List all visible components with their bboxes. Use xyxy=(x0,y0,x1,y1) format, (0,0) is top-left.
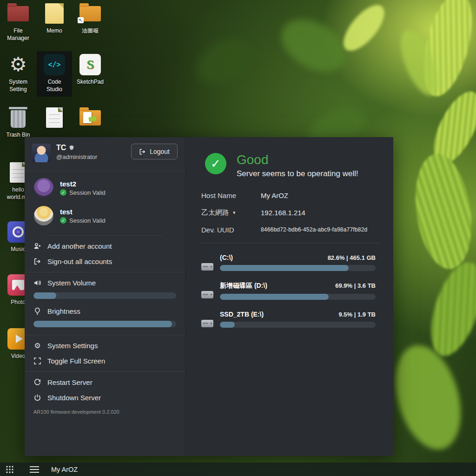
volume-label: System Volume xyxy=(47,279,96,287)
restart-server-label: Restart Server xyxy=(47,378,93,386)
firmware-version: AR100 firmware:development 0.2.020 xyxy=(25,405,185,419)
shortcut-arrow-icon: ↖ xyxy=(78,17,84,23)
disk-usage: 82.6% | 465.1 GB xyxy=(328,254,376,261)
user-header: TC @administrator Logout xyxy=(25,137,185,168)
folder-icon xyxy=(7,6,29,21)
disk-usage-bar xyxy=(220,322,376,328)
desktop-icon-shortcut-folder[interactable]: ↖ 油圖喔 xyxy=(73,2,108,35)
brightness-slider[interactable] xyxy=(33,321,176,327)
icon-label: File Manager xyxy=(3,27,33,42)
disk-name: SSD_2TB (E:\) xyxy=(220,311,264,318)
fullscreen-icon xyxy=(33,357,41,365)
divider xyxy=(25,272,185,272)
system-volume-item: System Volume xyxy=(25,275,185,291)
logout-button[interactable]: Logout xyxy=(131,144,178,159)
system-settings-label: System Settings xyxy=(47,342,98,350)
disk-usage-bar xyxy=(220,294,376,300)
status-message: Server seems to be operating well! xyxy=(237,169,358,178)
restart-server-item[interactable]: Restart Server xyxy=(25,375,185,390)
account-avatar xyxy=(34,178,53,198)
brightness-item: Brightness xyxy=(25,304,185,319)
speaker-icon xyxy=(33,279,41,287)
taskbar: My ArOZ xyxy=(0,463,476,476)
divider xyxy=(25,371,185,372)
icon-label: System Setting xyxy=(3,79,33,93)
network-row: 乙太網路 ▾ 192.168.1.214 xyxy=(201,208,376,217)
session-status: Session Valid xyxy=(69,217,106,224)
hard-drive-icon xyxy=(201,291,213,298)
user-avatar xyxy=(32,144,51,162)
divider xyxy=(47,235,163,236)
uuid-row: Dev. UUID 8466bd72-bdb6-452a-abc9-fa98a7… xyxy=(201,226,376,234)
icon-label: Code Studio xyxy=(40,79,69,93)
trash-icon xyxy=(11,110,26,128)
volume-slider[interactable] xyxy=(33,292,176,299)
desktop-icon-document[interactable] xyxy=(37,106,72,132)
account-name: test2 xyxy=(60,180,106,188)
disk-name: (C:\) xyxy=(220,254,233,261)
sketchpad-icon: S xyxy=(79,54,101,75)
toggle-fullscreen-item[interactable]: Toggle Full Screen xyxy=(25,353,185,369)
taskbar-title: My ArOZ xyxy=(51,466,78,473)
network-dropdown[interactable]: 乙太網路 ▾ xyxy=(201,208,261,217)
desktop-icon-file-manager[interactable]: File Manager xyxy=(0,2,36,42)
disk-row-c: (C:\) 82.6% | 465.1 GB xyxy=(201,254,376,271)
user-plus-icon xyxy=(33,242,41,250)
ip-value: 192.168.1.214 xyxy=(261,209,305,217)
disk-usage-fill xyxy=(220,294,329,300)
desktop-icon-folder-with-file[interactable] xyxy=(73,106,108,132)
account-row-test[interactable]: test ✓ Session Valid xyxy=(25,202,185,230)
document-icon xyxy=(10,162,26,183)
restart-icon xyxy=(33,378,41,386)
status-check-icon: ✓ xyxy=(205,153,226,174)
app-grid-icon[interactable] xyxy=(6,465,14,474)
disk-usage-bar xyxy=(220,265,376,271)
power-icon xyxy=(33,394,41,402)
signout-all-label: Sign-out all accounts xyxy=(47,258,112,265)
divider xyxy=(198,243,380,243)
desktop-icon-code-studio[interactable]: </> Code Studio xyxy=(37,51,72,97)
divider xyxy=(25,335,185,335)
signout-all-item[interactable]: Sign-out all accounts xyxy=(25,254,185,269)
hard-drive-icon xyxy=(201,263,213,271)
network-label: 乙太網路 xyxy=(201,208,229,217)
sign-out-icon xyxy=(33,258,41,265)
disk-row-e: SSD_2TB (E:\) 9.5% | 1.9 TB xyxy=(201,311,376,328)
shutdown-server-item[interactable]: Shutdown Server xyxy=(25,390,185,405)
check-icon: ✓ xyxy=(60,189,66,196)
menu-icon[interactable] xyxy=(30,469,39,470)
status-title: Good xyxy=(237,153,358,167)
check-icon: ✓ xyxy=(60,217,66,224)
desktop-icon-memo[interactable]: Memo xyxy=(37,2,72,35)
add-account-item[interactable]: Add another account xyxy=(25,238,185,254)
server-status-panel: ✓ Good Server seems to be operating well… xyxy=(185,137,393,456)
document-icon xyxy=(46,107,63,128)
account-row-test2[interactable]: test2 ✓ Session Valid xyxy=(25,174,185,202)
uuid-value: 8466bd72-bdb6-452a-abc9-fa98a77fb82d xyxy=(261,226,367,233)
username: TC xyxy=(56,144,66,152)
folder-shortcut-icon: ↖ xyxy=(79,6,101,21)
disk-row-d: 新增磁碟區 (D:\) 69.9% | 3.6 TB xyxy=(201,282,376,300)
logout-label: Logout xyxy=(150,148,170,155)
leaf-decoration xyxy=(409,150,476,273)
add-account-label: Add another account xyxy=(47,242,112,250)
note-icon xyxy=(45,3,64,24)
volume-fill xyxy=(33,292,56,299)
desktop-icon-sketchpad[interactable]: S SketchPad xyxy=(73,53,108,86)
user-handle: @administrator xyxy=(56,153,97,160)
account-name: test xyxy=(60,208,106,216)
code-icon: </> xyxy=(44,54,65,75)
folder-file-icon xyxy=(79,110,101,126)
desktop-icon-system-setting[interactable]: ⚙ System Setting xyxy=(0,53,36,93)
brightness-label: Brightness xyxy=(47,307,80,315)
disk-name: 新增磁碟區 (D:\) xyxy=(220,282,267,290)
system-settings-item[interactable]: ⚙ System Settings xyxy=(25,338,185,353)
hostname-row: Host Name My ArOZ xyxy=(201,192,376,199)
icon-label: 油圖喔 xyxy=(75,27,105,35)
hostname-label: Host Name xyxy=(201,192,261,199)
divider xyxy=(25,171,185,171)
leaf-decoration xyxy=(272,9,355,82)
logout-icon xyxy=(139,148,146,155)
desktop-icon-trash-bin[interactable]: Trash Bin xyxy=(0,106,36,139)
shield-icon xyxy=(69,145,74,151)
